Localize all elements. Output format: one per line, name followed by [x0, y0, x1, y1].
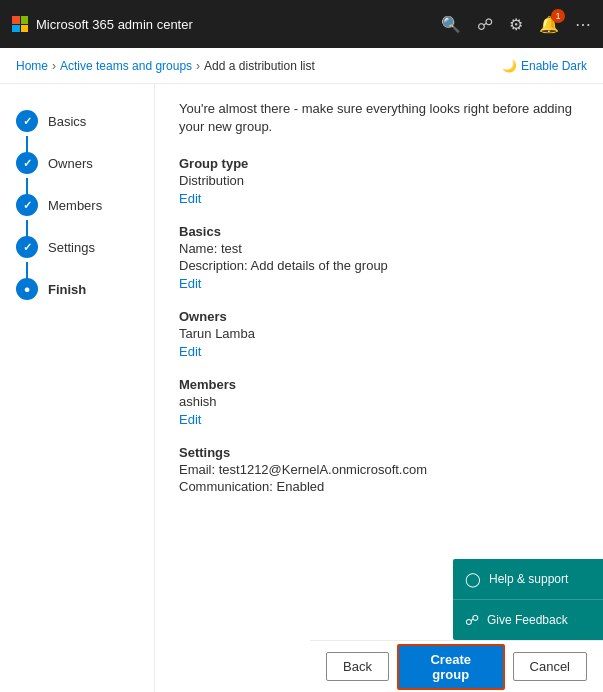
edit-members-link[interactable]: Edit	[179, 412, 201, 427]
section-basics-title: Basics	[179, 224, 579, 239]
sidebar-label-finish: Finish	[48, 282, 86, 297]
edit-basics-link[interactable]: Edit	[179, 276, 201, 291]
breadcrumb: Home › Active teams and groups › Add a d…	[0, 48, 603, 84]
help-panel: ◯ Help & support ☍ Give Feedback	[453, 559, 603, 640]
notification-badge: 1	[551, 9, 565, 23]
help-support-item[interactable]: ◯ Help & support	[453, 559, 603, 600]
sidebar-label-owners: Owners	[48, 156, 93, 171]
sidebar-label-members: Members	[48, 198, 102, 213]
edit-group-type-link[interactable]: Edit	[179, 191, 201, 206]
feedback-icon: ☍	[465, 612, 479, 628]
step-settings-circle	[16, 236, 38, 258]
breadcrumb-sep-2: ›	[196, 59, 200, 73]
breadcrumb-home[interactable]: Home	[16, 59, 48, 73]
message-icon[interactable]: ☍	[477, 15, 493, 34]
step-finish-circle: ●	[16, 278, 38, 300]
section-settings-communication: Communication: Enabled	[179, 479, 579, 494]
sidebar: Basics Owners Members Settings ● Finish	[0, 84, 155, 692]
section-owners-value: Tarun Lamba	[179, 326, 579, 341]
step-owners-circle	[16, 152, 38, 174]
sidebar-label-settings: Settings	[48, 240, 95, 255]
sidebar-item-settings[interactable]: Settings	[0, 226, 154, 268]
main-layout: Basics Owners Members Settings ● Finish …	[0, 84, 603, 692]
section-settings: Settings Email: test1212@KernelA.onmicro…	[179, 445, 579, 494]
settings-icon[interactable]: ⚙	[509, 15, 523, 34]
section-members-title: Members	[179, 377, 579, 392]
section-group-type: Group type Distribution Edit	[179, 156, 579, 206]
content-area: You're almost there - make sure everythi…	[155, 84, 603, 692]
breadcrumb-active-teams[interactable]: Active teams and groups	[60, 59, 192, 73]
section-settings-email: Email: test1212@KernelA.onmicrosoft.com	[179, 462, 579, 477]
search-icon[interactable]: 🔍	[441, 15, 461, 34]
give-feedback-label: Give Feedback	[487, 613, 568, 627]
content-intro: You're almost there - make sure everythi…	[179, 100, 579, 136]
breadcrumb-current: Add a distribution list	[204, 59, 315, 73]
step-basics-circle	[16, 110, 38, 132]
section-basics: Basics Name: test Description: Add detai…	[179, 224, 579, 291]
topbar: Microsoft 365 admin center 🔍 ☍ ⚙ 🔔 1 ⋯	[0, 0, 603, 48]
give-feedback-item[interactable]: ☍ Give Feedback	[453, 600, 603, 640]
section-owners-title: Owners	[179, 309, 579, 324]
edit-owners-link[interactable]: Edit	[179, 344, 201, 359]
section-group-type-title: Group type	[179, 156, 579, 171]
section-members-value: ashish	[179, 394, 579, 409]
section-basics-name: Name: test	[179, 241, 579, 256]
app-title: Microsoft 365 admin center	[36, 17, 193, 32]
sidebar-item-finish[interactable]: ● Finish	[0, 268, 154, 310]
more-icon[interactable]: ⋯	[575, 15, 591, 34]
breadcrumb-sep-1: ›	[52, 59, 56, 73]
section-owners: Owners Tarun Lamba Edit	[179, 309, 579, 359]
step-members-circle	[16, 194, 38, 216]
sidebar-item-owners[interactable]: Owners	[0, 142, 154, 184]
enable-dark-button[interactable]: 🌙 Enable Dark	[502, 59, 587, 73]
section-group-type-value: Distribution	[179, 173, 579, 188]
app-logo: Microsoft 365 admin center	[12, 16, 433, 32]
section-basics-description: Description: Add details of the group	[179, 258, 579, 273]
bottom-bar: Back Create group Cancel	[310, 640, 603, 692]
notification-icon[interactable]: 🔔 1	[539, 15, 559, 34]
back-button[interactable]: Back	[326, 652, 389, 681]
sidebar-label-basics: Basics	[48, 114, 86, 129]
cancel-button[interactable]: Cancel	[513, 652, 587, 681]
moon-icon: 🌙	[502, 59, 517, 73]
topbar-icons: 🔍 ☍ ⚙ 🔔 1 ⋯	[441, 15, 591, 34]
help-icon: ◯	[465, 571, 481, 587]
help-support-label: Help & support	[489, 572, 568, 586]
sidebar-item-members[interactable]: Members	[0, 184, 154, 226]
section-members: Members ashish Edit	[179, 377, 579, 427]
sidebar-item-basics[interactable]: Basics	[0, 100, 154, 142]
section-settings-title: Settings	[179, 445, 579, 460]
create-group-button[interactable]: Create group	[397, 644, 505, 690]
microsoft-logo-icon	[12, 16, 28, 32]
